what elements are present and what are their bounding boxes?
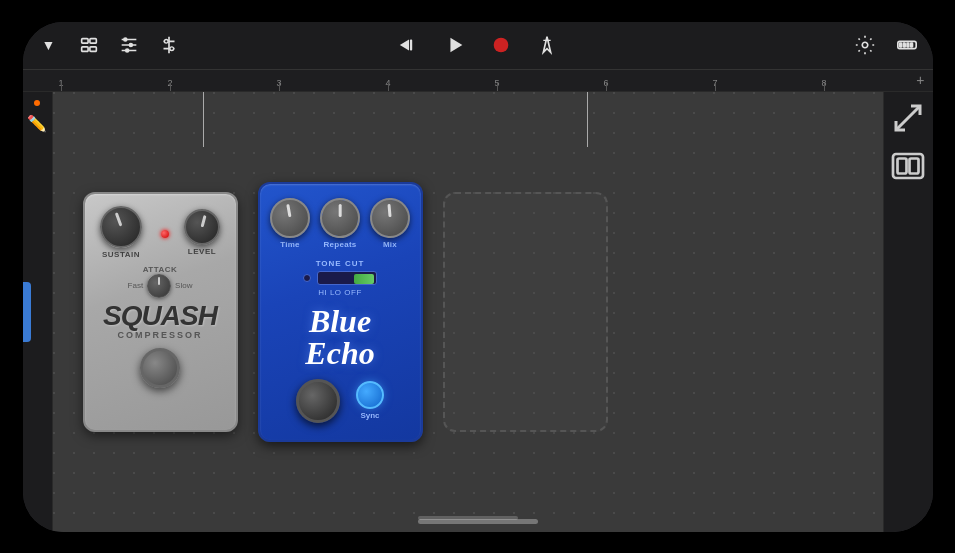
- svg-rect-29: [910, 158, 919, 173]
- fast-label: Fast: [128, 281, 144, 290]
- mixer-button[interactable]: [115, 31, 143, 59]
- level-label: LEVEL: [188, 247, 216, 256]
- repeats-label: Repeats: [323, 240, 356, 249]
- tone-switch[interactable]: [317, 271, 377, 285]
- ruler: 1 2 3 4 5 6 7 8 +: [23, 70, 933, 92]
- screen: ▼: [23, 22, 933, 532]
- pedal-board-button[interactable]: [890, 148, 926, 184]
- track-edit-icon[interactable]: ✏️: [27, 114, 47, 133]
- toolbar: ▼: [23, 22, 933, 70]
- svg-rect-2: [81, 47, 87, 52]
- svg-rect-3: [89, 47, 95, 52]
- squash-footswitch-area: [140, 348, 180, 388]
- settings-button[interactable]: [851, 31, 879, 59]
- squash-pedal-subtitle: COMPRESSOR: [117, 330, 202, 340]
- instrument-button[interactable]: [893, 31, 921, 59]
- svg-marker-19: [543, 37, 550, 53]
- blue-echo-name-line1: Blue: [305, 305, 374, 337]
- tracks-button[interactable]: [75, 31, 103, 59]
- level-knob-container: LEVEL: [184, 209, 220, 256]
- level-knob[interactable]: [184, 209, 220, 245]
- echo-footer: Sync: [296, 379, 384, 423]
- home-indicator: [418, 519, 538, 524]
- echo-footswitch[interactable]: [296, 379, 340, 423]
- phone-frame: ▼: [0, 0, 955, 553]
- attack-knob[interactable]: [147, 274, 171, 298]
- svg-point-18: [493, 38, 508, 53]
- tone-switch-row: [303, 268, 377, 288]
- play-button[interactable]: [441, 31, 469, 59]
- tone-cut-label: TONE CUT: [316, 259, 365, 268]
- sync-indicator: [356, 381, 384, 409]
- repeats-knob-container: Repeats: [320, 198, 360, 249]
- tuner-button[interactable]: [533, 31, 561, 59]
- svg-point-7: [123, 37, 128, 42]
- record-button[interactable]: [487, 31, 515, 59]
- blue-echo-name-line2: Echo: [305, 337, 374, 369]
- svg-point-21: [862, 42, 868, 48]
- annotation-line-left: [203, 92, 204, 147]
- svg-point-8: [128, 43, 133, 48]
- side-handle[interactable]: [23, 282, 31, 342]
- attack-row: Fast Slow: [128, 274, 193, 298]
- sustain-knob-container: SUSTAIN: [100, 206, 142, 259]
- svg-rect-1: [89, 39, 95, 44]
- slow-label: Slow: [175, 281, 192, 290]
- svg-rect-16: [409, 40, 411, 51]
- svg-rect-0: [81, 39, 87, 44]
- svg-marker-15: [399, 40, 408, 51]
- dropdown-button[interactable]: ▼: [35, 31, 63, 59]
- annotation-line-right: [587, 92, 588, 147]
- squash-compressor-pedal[interactable]: SUSTAIN LEVEL ATTACK Fast: [83, 192, 238, 432]
- sync-button[interactable]: Sync: [356, 381, 384, 420]
- svg-rect-26: [910, 43, 912, 47]
- squash-footswitch[interactable]: [140, 348, 180, 388]
- svg-rect-24: [903, 43, 905, 47]
- svg-rect-25: [907, 43, 909, 47]
- attack-section: ATTACK Fast Slow: [128, 265, 193, 298]
- connect-button[interactable]: [890, 100, 926, 136]
- blue-echo-title: Blue Echo: [305, 305, 374, 369]
- sync-label: Sync: [360, 411, 379, 420]
- tone-switch-indicator: [354, 274, 374, 284]
- right-tools: [883, 92, 933, 532]
- mix-label: Mix: [383, 240, 397, 249]
- tone-cut-section: TONE CUT HI LO OFF: [270, 259, 411, 297]
- squash-pedal-name: SQUASH: [103, 302, 217, 330]
- attack-label: ATTACK: [143, 265, 178, 274]
- ruler-add-button[interactable]: +: [916, 72, 924, 88]
- power-led: [161, 230, 169, 238]
- repeats-knob[interactable]: [317, 194, 363, 240]
- pedal-board: SUSTAIN LEVEL ATTACK Fast: [53, 92, 883, 532]
- empty-pedal-slot[interactable]: [443, 192, 608, 432]
- track-indicator: [34, 100, 40, 106]
- time-knob[interactable]: [270, 198, 310, 238]
- mix-knob[interactable]: [368, 196, 411, 239]
- svg-point-14: [169, 47, 173, 51]
- sustain-label: SUSTAIN: [102, 250, 140, 259]
- controls-button[interactable]: [155, 31, 183, 59]
- tone-dot: [303, 274, 311, 282]
- main-area: ✏️ SUSTAIN: [23, 92, 933, 532]
- time-knob-container: Time: [270, 198, 310, 249]
- mix-knob-container: Mix: [370, 198, 410, 249]
- sustain-knob[interactable]: [100, 206, 142, 248]
- squash-knobs-section: SUSTAIN LEVEL: [93, 206, 228, 259]
- toolbar-left: ▼: [35, 31, 379, 59]
- svg-point-13: [164, 40, 168, 44]
- svg-rect-28: [898, 158, 907, 173]
- toolbar-right: [577, 31, 921, 59]
- time-label: Time: [280, 240, 300, 249]
- echo-knobs-row: Time Repeats Mix: [270, 198, 410, 249]
- rewind-button[interactable]: [395, 31, 423, 59]
- svg-point-9: [124, 48, 129, 53]
- toolbar-center: [395, 31, 561, 59]
- blue-echo-pedal[interactable]: Time Repeats Mix TONE CUT: [258, 182, 423, 442]
- svg-rect-23: [899, 43, 901, 47]
- svg-marker-17: [450, 38, 462, 53]
- hi-lo-off-label: HI LO OFF: [318, 288, 362, 297]
